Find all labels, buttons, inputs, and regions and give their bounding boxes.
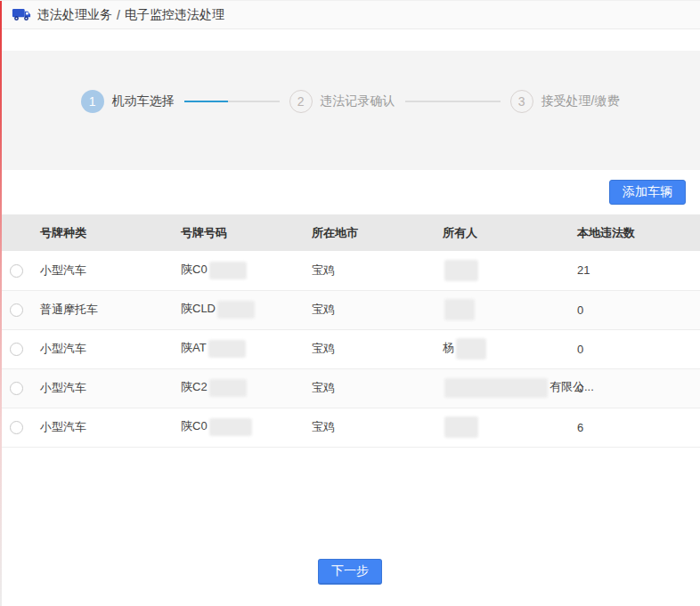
step-accept-pay: 3 接受处理/缴费 — [510, 90, 620, 113]
header-city: 所在地市 — [305, 214, 436, 251]
table-row[interactable]: 小型汽车 陕C0 宝鸡 21 — [0, 251, 700, 290]
redacted-blur — [444, 299, 475, 320]
redacted-blur — [456, 338, 486, 360]
connector-rest — [405, 101, 501, 102]
connector-rest — [228, 101, 280, 102]
add-vehicle-button[interactable]: 添加车辆 — [609, 180, 686, 205]
cell-plate-number: 陕C0 — [175, 251, 305, 290]
step-3-circle: 3 — [510, 90, 533, 113]
step-vehicle-select: 1 机动车选择 — [81, 90, 175, 113]
cell-plate-type: 小型汽车 — [34, 251, 175, 290]
step-violation-confirm: 2 违法记录确认 — [289, 90, 395, 113]
header-plate-number: 号牌号码 — [175, 214, 305, 251]
cell-violations: 0 — [571, 329, 700, 368]
cell-plate-number: 陕C2 — [175, 368, 305, 408]
cell-city: 宝鸡 — [305, 329, 436, 368]
header-owner: 所有人 — [436, 214, 571, 251]
cell-violations: 6 — [571, 408, 700, 447]
toolbar: 添加车辆 — [0, 170, 700, 214]
cell-plate-type: 小型汽车 — [34, 368, 175, 408]
table-header-row: 号牌种类 号牌号码 所在地市 所有人 本地违法数 — [0, 214, 700, 251]
step-3-label: 接受处理/缴费 — [541, 93, 620, 109]
cell-violations: 21 — [571, 251, 700, 290]
cell-plate-number: 陕CLD — [175, 290, 305, 329]
redacted-blur — [444, 416, 478, 438]
step-connector-2 — [405, 101, 501, 102]
page: 违法处理业务 / 电子监控违法处理 1 机动车选择 2 违法记录确认 3 — [0, 0, 700, 606]
redacted-blur — [209, 418, 252, 436]
step-connector-1 — [184, 101, 280, 102]
row-radio[interactable] — [10, 264, 23, 278]
row-radio[interactable] — [10, 343, 23, 356]
redacted-blur — [208, 340, 246, 358]
cell-violations: 0 — [571, 290, 700, 329]
cell-plate-type: 小型汽车 — [34, 329, 175, 368]
table-row[interactable]: 小型汽车 陕C2 宝鸡 有限公... 0 — [0, 368, 700, 408]
cell-owner — [436, 251, 571, 290]
step-wizard: 1 机动车选择 2 违法记录确认 3 接受处理/缴费 — [81, 90, 620, 113]
table-row[interactable]: 普通摩托车 陕CLD 宝鸡 0 — [0, 290, 700, 329]
bottom-action-area: 下一步 — [0, 448, 700, 606]
header-radio-spacer — [0, 214, 34, 251]
spacer — [0, 29, 700, 51]
redacted-blur — [209, 262, 247, 279]
step-2-circle: 2 — [289, 90, 313, 113]
redacted-blur — [217, 301, 255, 319]
connector-progress — [184, 101, 228, 102]
table-row[interactable]: 小型汽车 陕AT 宝鸡 杨 0 — [0, 329, 700, 368]
cell-plate-number: 陕C0 — [175, 408, 305, 447]
redacted-blur — [444, 260, 478, 281]
table-row[interactable]: 小型汽车 陕C0 宝鸡 6 — [0, 408, 700, 447]
redacted-blur — [209, 379, 247, 397]
cell-owner — [436, 290, 571, 329]
cell-owner: 有限公... — [436, 368, 571, 408]
row-radio[interactable] — [10, 303, 23, 317]
breadcrumb-section[interactable]: 违法处理业务 — [37, 7, 112, 23]
cell-city: 宝鸡 — [305, 251, 436, 290]
cell-owner — [436, 408, 571, 447]
header-plate-type: 号牌种类 — [34, 214, 175, 251]
steps-panel: 1 机动车选择 2 违法记录确认 3 接受处理/缴费 — [0, 51, 700, 170]
breadcrumb-page: 电子监控违法处理 — [125, 7, 224, 23]
step-1-label: 机动车选择 — [112, 93, 175, 109]
cell-plate-number: 陕AT — [175, 329, 305, 368]
step-2-label: 违法记录确认 — [321, 93, 395, 109]
vehicle-table: 号牌种类 号牌号码 所在地市 所有人 本地违法数 小型汽车 陕C0 宝鸡 21 … — [0, 214, 700, 448]
left-accent-edge — [0, 1, 2, 606]
next-step-button[interactable]: 下一步 — [318, 559, 382, 585]
cell-owner: 杨 — [436, 329, 571, 368]
cell-city: 宝鸡 — [305, 290, 436, 329]
breadcrumb-bar: 违法处理业务 / 电子监控违法处理 — [0, 1, 700, 29]
cell-plate-type: 普通摩托车 — [34, 290, 175, 329]
redacted-blur — [444, 378, 548, 398]
cell-plate-type: 小型汽车 — [34, 408, 175, 447]
truck-icon — [12, 7, 31, 22]
row-radio[interactable] — [10, 382, 23, 395]
row-radio[interactable] — [10, 421, 23, 434]
breadcrumb-separator: / — [117, 8, 120, 22]
cell-city: 宝鸡 — [305, 408, 436, 447]
step-1-circle: 1 — [81, 90, 104, 113]
header-violation-count: 本地违法数 — [571, 214, 700, 251]
cell-city: 宝鸡 — [305, 368, 436, 408]
